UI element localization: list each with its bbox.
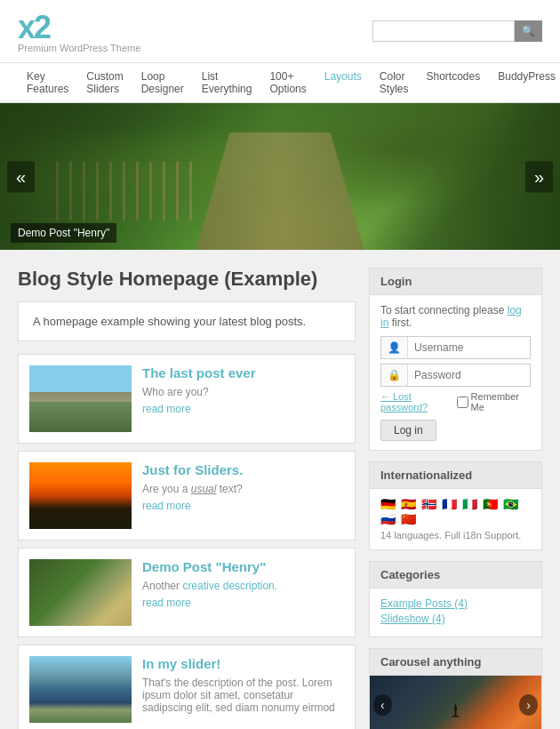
flag-de: 🇩🇪 [380, 498, 398, 510]
post-info: In my slider! That's the description of … [142, 656, 344, 723]
login-link[interactable]: log in [380, 304, 522, 329]
nav-link-buddypress[interactable]: BuddyPress [489, 63, 560, 90]
nav-link-color-styles[interactable]: Color Styles [371, 63, 418, 102]
nav-item-shortcodes[interactable]: Shortcodes [418, 63, 490, 102]
remember-me-text: Remember Me [471, 391, 531, 413]
post-creative-link: creative description. [182, 580, 277, 592]
post-item: In my slider! That's the description of … [18, 645, 356, 729]
post-read-more-link[interactable]: read more [142, 597, 191, 609]
nav-item-layouts[interactable]: Layouts [316, 63, 371, 102]
header: x2 Premium WordPress Theme 🔍 [0, 0, 560, 63]
category-link-example-posts[interactable]: Example Posts (4) [380, 597, 531, 610]
sidebar: Login To start connecting please log in … [369, 268, 542, 729]
login-widget-title: Login [370, 268, 541, 295]
carousel-inner [370, 676, 541, 729]
slider-prev-button[interactable]: « [7, 161, 35, 192]
category-link-slideshow[interactable]: Slideshow (4) [380, 613, 531, 625]
password-input[interactable] [408, 364, 530, 386]
login-extras: ← Lost password? Remember Me [380, 391, 531, 413]
post-image [29, 656, 132, 723]
post-thumbnail [29, 462, 132, 529]
nav-item-custom-sliders[interactable]: Custom Sliders [77, 63, 132, 102]
post-item: Just for Sliders. Are you a usual text? … [18, 451, 356, 541]
search-form: 🔍 [372, 20, 542, 42]
search-button[interactable]: 🔍 [515, 20, 542, 42]
nav-link-key-features[interactable]: Key Features [18, 63, 77, 102]
flag-es: 🇪🇸 [401, 498, 419, 510]
categories-content: Example Posts (4) Slideshow (4) [370, 589, 541, 637]
nav-item-list-everything[interactable]: List Everything [193, 63, 261, 102]
post-info: The last post ever Who are you? read mor… [142, 365, 344, 432]
post-thumbnail [29, 559, 132, 626]
carousel-title: Carousel anything [370, 649, 541, 676]
post-image [29, 559, 132, 626]
remember-me-checkbox[interactable] [457, 397, 468, 408]
post-title-link[interactable]: Just for Sliders. [142, 462, 344, 477]
internationalized-widget: Internationalized 🇩🇪 🇪🇸 🇳🇴 🇫🇷 🇮🇹 🇵🇹 🇧🇷 🇷… [369, 461, 542, 550]
flag-it: 🇮🇹 [462, 498, 480, 510]
intro-text: A homepage example showing your latest b… [33, 315, 340, 328]
post-desc: Another creative description. [142, 580, 344, 592]
password-field: 🔒 [380, 364, 531, 387]
post-desc: Are you a usual text? [142, 483, 344, 495]
nav-item-key-features[interactable]: Key Features [18, 63, 77, 102]
post-thumbnail [29, 656, 132, 723]
slider-next-button[interactable]: » [525, 161, 553, 192]
nav-link-loop-designer[interactable]: Loop Designer [132, 63, 193, 102]
nav-item-loop-designer[interactable]: Loop Designer [132, 63, 193, 102]
logo[interactable]: x2 [18, 9, 140, 46]
post-item: Demo Post "Henry" Another creative descr… [18, 548, 356, 637]
internationalized-content: 🇩🇪 🇪🇸 🇳🇴 🇫🇷 🇮🇹 🇵🇹 🇧🇷 🇷🇺 🇨🇳 14 languages.… [370, 489, 541, 549]
lock-icon: 🔒 [381, 364, 408, 386]
flag-br: 🇧🇷 [503, 498, 521, 510]
main-nav: Key Features Custom Sliders Loop Designe… [0, 63, 560, 103]
nav-link-list-everything[interactable]: List Everything [193, 63, 261, 102]
search-input[interactable] [372, 20, 515, 42]
post-title-link[interactable]: In my slider! [142, 656, 344, 671]
nav-item-buddypress[interactable]: BuddyPress [489, 63, 560, 102]
carousel-image [370, 676, 541, 729]
page-title: Blog Style Homepage (Example) [18, 268, 356, 291]
post-desc: Who are you? [142, 386, 344, 398]
categories-widget: Categories Example Posts (4) Slideshow (… [369, 561, 542, 637]
user-icon: 👤 [381, 337, 408, 358]
post-subtitle: Who are you? [142, 386, 209, 398]
slider-caption: Demo Post "Henry" [11, 223, 116, 243]
nav-list: Key Features Custom Sliders Loop Designe… [18, 63, 542, 102]
lost-password-link[interactable]: ← Lost password? [380, 391, 457, 413]
tagline: Premium WordPress Theme [18, 43, 140, 53]
content-area: Blog Style Homepage (Example) A homepage… [18, 268, 356, 729]
flag-fr: 🇫🇷 [442, 498, 460, 510]
post-subtitle: usual [191, 483, 217, 495]
post-read-more-link[interactable]: read more [142, 500, 191, 512]
internationalized-title: Internationalized [370, 462, 541, 489]
categories-title: Categories [370, 562, 541, 589]
login-widget-content: To start connecting please log in first.… [370, 295, 541, 450]
nav-item-color-styles[interactable]: Color Styles [371, 63, 418, 102]
post-read-more-link[interactable]: read more [142, 403, 191, 415]
post-info: Demo Post "Henry" Another creative descr… [142, 559, 344, 626]
login-button[interactable]: Log in [380, 420, 436, 441]
post-title-link[interactable]: The last post ever [142, 365, 344, 381]
username-field: 👤 [380, 336, 531, 359]
remember-me-label[interactable]: Remember Me [457, 391, 531, 413]
flag-ru: 🇷🇺 [380, 513, 398, 525]
login-intro: To start connecting please log in first. [380, 304, 531, 329]
login-widget: Login To start connecting please log in … [369, 268, 542, 451]
post-desc: That's the description of the post. Lore… [142, 677, 344, 714]
nav-item-options[interactable]: 100+ Options [260, 63, 315, 102]
username-input[interactable] [408, 337, 530, 358]
nav-link-shortcodes[interactable]: Shortcodes [418, 63, 490, 90]
carousel-content: ‹ › [370, 676, 541, 729]
flag-no: 🇳🇴 [421, 498, 439, 510]
lang-support-text: 14 languages. Full i18n Support. [380, 530, 531, 541]
nav-link-layouts[interactable]: Layouts [316, 63, 371, 90]
carousel-prev-button[interactable]: ‹ [373, 694, 392, 716]
flag-pt: 🇵🇹 [483, 498, 500, 510]
intro-box: A homepage example showing your latest b… [18, 301, 356, 341]
carousel-next-button[interactable]: › [519, 694, 538, 716]
nav-link-custom-sliders[interactable]: Custom Sliders [77, 63, 132, 102]
nav-link-options[interactable]: 100+ Options [260, 63, 315, 102]
post-info: Just for Sliders. Are you a usual text? … [142, 462, 344, 529]
post-title-link[interactable]: Demo Post "Henry" [142, 559, 344, 574]
